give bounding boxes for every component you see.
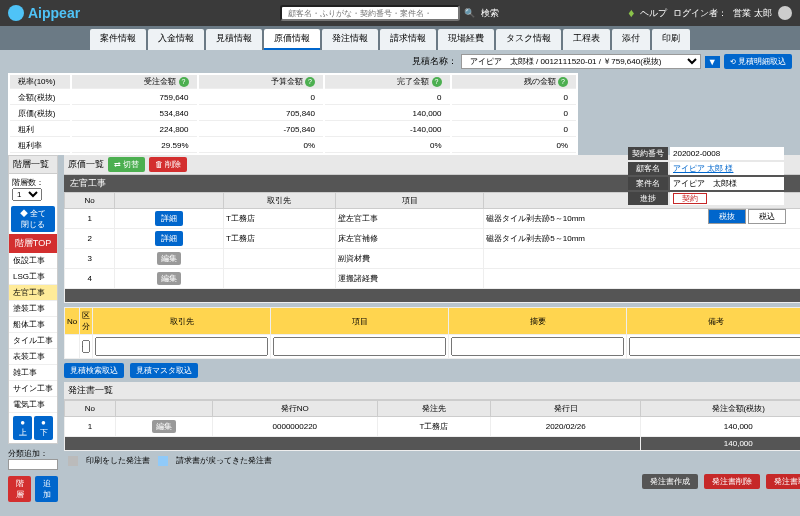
legend-printed-icon <box>68 456 78 466</box>
layer-add-button[interactable]: 追加 <box>35 476 58 502</box>
layer-item[interactable]: サイン工事 <box>9 381 57 397</box>
dropdown-icon[interactable]: ▼ <box>705 56 720 68</box>
tab-10[interactable]: 印刷 <box>652 29 690 50</box>
row-btn[interactable]: 編集 <box>157 252 181 265</box>
tax-ex-button[interactable]: 税抜 <box>708 209 746 224</box>
layer-top-button[interactable]: 階層TOP <box>9 234 57 253</box>
info-box: 契約番号202002-0008顧客名アイピア 太郎 様案件名アイピア 太郎様進捗… <box>626 145 786 224</box>
note-input[interactable] <box>629 337 800 356</box>
expand-button[interactable]: ◆ 全て閉じる <box>11 206 55 232</box>
tab-3[interactable]: 原価情報 <box>264 29 320 50</box>
cost-row: 4編集運搬諸経費式116,00016,000 <box>65 269 801 289</box>
tab-9[interactable]: 添付 <box>612 29 650 50</box>
layer-item[interactable]: 雑工事 <box>9 365 57 381</box>
help-icon[interactable]: ? <box>305 77 315 87</box>
estimate-select[interactable]: アイピア 太郎様 / 0012111520-01 / ￥759,640(税抜) <box>461 54 701 69</box>
help-icon[interactable]: ♦ <box>628 6 634 20</box>
cost-row: 3編集副資材費式115,00015,000 <box>65 249 801 269</box>
delete-button[interactable]: 🗑 削除 <box>149 157 187 172</box>
search-input[interactable] <box>280 5 460 21</box>
layer-up-button[interactable]: ● 上 <box>13 416 32 440</box>
layer-item[interactable]: 仮設工事 <box>9 253 57 269</box>
tab-6[interactable]: 現場経費 <box>438 29 494 50</box>
search-import-button[interactable]: 見積検索取込 <box>64 363 124 378</box>
legend-returned-icon <box>158 456 168 466</box>
layer-item[interactable]: LSG工事 <box>9 269 57 285</box>
cost-row: 2詳細T工務店床左官補修磁器タイル剥去跡5～10mm㎡701,00070,000 <box>65 229 801 249</box>
help-icon[interactable]: ? <box>558 77 568 87</box>
login-label: ログイン者： <box>673 7 727 20</box>
layer-count-select[interactable]: 1 <box>12 188 42 201</box>
search-button[interactable]: 検索 <box>481 7 499 20</box>
user-name: 営業 太郎 <box>733 7 772 20</box>
cost-title: 原価一覧 <box>68 158 104 171</box>
layer-delete-button[interactable]: 階層 <box>8 476 31 502</box>
help-link[interactable]: ヘルプ <box>640 7 667 20</box>
type-select[interactable]: 通常 <box>82 340 90 353</box>
layer-title: 階層一覧 <box>9 156 57 174</box>
user-icon[interactable] <box>778 6 792 20</box>
layer-item[interactable]: 電気工事 <box>9 397 57 413</box>
tab-7[interactable]: タスク情報 <box>496 29 561 50</box>
category-input[interactable] <box>8 459 58 470</box>
order-table: No発行NO発注先発行日発注金額(税抜)運送金額(税抜)返品金額(税抜)備考 1… <box>64 400 800 451</box>
order-title: 発注書一覧 <box>64 382 800 400</box>
main-tabs: 案件情報入金情報見積情報原価情報発注情報請求情報現場経費タスク情報工程表添付印刷 <box>0 26 800 50</box>
logo: Aippear <box>8 5 80 21</box>
tab-4[interactable]: 発注情報 <box>322 29 378 50</box>
order-delete-button[interactable]: 発注書削除 <box>704 474 760 489</box>
estimate-import-button[interactable]: ⟲ 見積明細取込 <box>724 54 792 69</box>
help-icon[interactable]: ? <box>432 77 442 87</box>
vendor-input[interactable] <box>95 337 268 356</box>
help-icon[interactable]: ? <box>179 77 189 87</box>
layer-item[interactable]: 塗装工事 <box>9 301 57 317</box>
tax-in-button[interactable]: 税込 <box>748 209 786 224</box>
search-icon: 🔍 <box>464 8 475 18</box>
switch-button[interactable]: ⇄ 切替 <box>108 157 145 172</box>
layer-item[interactable]: 左官工事 <box>9 285 57 301</box>
order-cancel-button[interactable]: 発注書取消 <box>766 474 800 489</box>
tab-1[interactable]: 入金情報 <box>148 29 204 50</box>
order-create-button[interactable]: 発注書作成 <box>642 474 698 489</box>
layer-item[interactable]: 船体工事 <box>9 317 57 333</box>
layer-item[interactable]: タイル工事 <box>9 333 57 349</box>
tab-8[interactable]: 工程表 <box>563 29 610 50</box>
summary-table: 税率(10%)受注金額 ?予算金額 ?完了金額 ?残の金額 ? 金額(税抜)75… <box>8 73 578 155</box>
tab-0[interactable]: 案件情報 <box>90 29 146 50</box>
desc-input[interactable] <box>451 337 624 356</box>
row-btn[interactable]: 詳細 <box>155 211 183 226</box>
master-import-button[interactable]: 見積マスタ取込 <box>130 363 198 378</box>
order-edit-btn[interactable]: 編集 <box>152 420 176 433</box>
item-input[interactable] <box>273 337 446 356</box>
tab-2[interactable]: 見積情報 <box>206 29 262 50</box>
layer-item[interactable]: 表装工事 <box>9 349 57 365</box>
row-btn[interactable]: 編集 <box>157 272 181 285</box>
tab-5[interactable]: 請求情報 <box>380 29 436 50</box>
row-btn[interactable]: 詳細 <box>155 231 183 246</box>
estimate-label: 見積名称： <box>412 55 457 68</box>
layer-down-button[interactable]: ● 下 <box>34 416 53 440</box>
